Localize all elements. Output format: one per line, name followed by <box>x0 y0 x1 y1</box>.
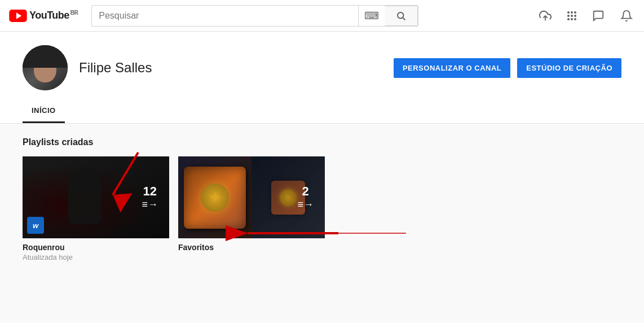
customize-channel-button[interactable]: PERSONALIZAR O CANAL <box>394 58 510 78</box>
playlists-section-title: Playlists criadas <box>23 137 621 147</box>
search-input[interactable] <box>92 6 358 26</box>
youtube-logo[interactable]: YouTubeBR <box>9 10 78 22</box>
upload-button[interactable] <box>537 7 554 24</box>
favoritos-count: 2 <box>302 185 309 197</box>
roquenrou-title: Roquenrou <box>23 243 169 252</box>
playlist-item-roquenrou: 12 ≡→ w Roquenrou Atualizada hoje <box>23 156 169 261</box>
roquenrou-subtitle: Atualizada hoje <box>23 253 169 261</box>
warner-badge-text: w <box>33 221 38 230</box>
apps-button[interactable] <box>565 9 579 23</box>
channel-header: Filipe Salles PERSONALIZAR O CANAL ESTÚD… <box>0 32 644 124</box>
tab-inicio[interactable]: INÍCIO <box>23 99 65 123</box>
playlist-item-favoritos: 2 ≡→ Favoritos <box>178 156 325 261</box>
keyboard-icon: ⌨ <box>364 10 379 22</box>
tab-inicio-label: INÍCIO <box>32 106 56 115</box>
upload-icon <box>539 10 552 22</box>
svg-line-3 <box>403 18 405 20</box>
apps-grid-icon <box>567 11 576 20</box>
search-bar: ⌨ <box>91 5 418 27</box>
notifications-button[interactable] <box>618 7 635 24</box>
avatar-image <box>23 45 68 90</box>
search-icon <box>396 11 406 21</box>
channel-tabs: INÍCIO <box>0 99 644 123</box>
logo-text: YouTube <box>29 10 69 21</box>
studio-button[interactable]: ESTÚDIO DE CRIAÇÃO <box>517 58 621 78</box>
svg-point-2 <box>398 12 404 19</box>
roquenrou-count-overlay: 12 ≡→ <box>142 185 158 210</box>
header-actions <box>537 7 635 24</box>
channel-info: Filipe Salles PERSONALIZAR O CANAL ESTÚD… <box>0 32 644 99</box>
region-badge: BR <box>70 10 78 16</box>
favoritos-thumb-left <box>178 156 252 238</box>
youtube-icon <box>9 10 27 22</box>
hearthstone-book <box>184 167 246 229</box>
playlist-thumb-favoritos[interactable]: 2 ≡→ <box>178 156 325 238</box>
avatar <box>23 45 68 90</box>
favoritos-count-overlay: 2 ≡→ <box>297 185 314 210</box>
main-content: Playlists criadas 12 ≡→ w Roquenrou <box>0 124 644 275</box>
favoritos-title: Favoritos <box>178 243 325 252</box>
messages-icon <box>592 10 605 22</box>
favoritos-playlist-icon: ≡→ <box>297 198 314 210</box>
favoritos-thumb-right <box>252 156 325 238</box>
keyboard-button[interactable]: ⌨ <box>358 6 385 26</box>
playlists-grid: 12 ≡→ w Roquenrou Atualizada hoje <box>23 156 621 261</box>
page-wrapper: YouTubeBR ⌨ <box>0 0 644 323</box>
header: YouTubeBR ⌨ <box>0 0 644 32</box>
hs-gem <box>280 189 297 206</box>
bell-icon <box>620 10 633 22</box>
search-button[interactable] <box>385 6 418 26</box>
channel-name: Filipe Salles <box>79 60 152 76</box>
youtube-wordmark: YouTubeBR <box>29 10 78 21</box>
channel-buttons: PERSONALIZAR O CANAL ESTÚDIO DE CRIAÇÃO <box>394 58 621 78</box>
roquenrou-count: 12 <box>143 185 157 197</box>
playlist-thumb-roquenrou[interactable]: 12 ≡→ w <box>23 156 169 238</box>
roquenrou-playlist-icon: ≡→ <box>142 198 158 210</box>
warner-badge: w <box>27 217 44 234</box>
messages-button[interactable] <box>590 7 607 24</box>
